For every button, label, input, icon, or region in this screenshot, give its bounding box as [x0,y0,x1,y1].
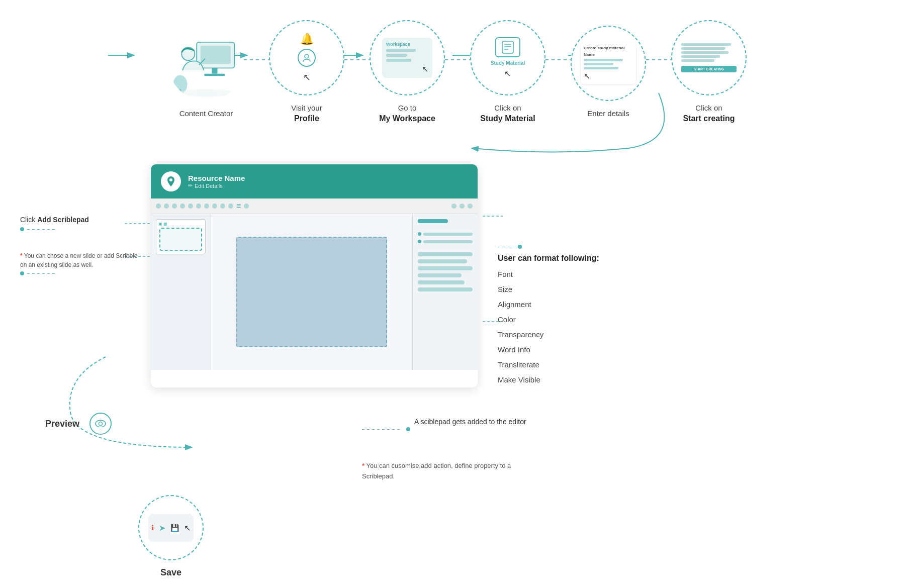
format-list: Font Size Alignment Color Transparency W… [498,267,638,387]
toolbar-dot-10 [228,204,233,209]
arrow-5 [646,59,671,60]
right-bar-5 [418,280,465,284]
save-label: Save [160,567,181,578]
start-mockup: START CREATING [681,43,737,72]
format-item-size: Size [498,282,638,297]
spacer-curved-arrow [0,134,915,164]
editor-right-panel [412,214,478,370]
right-bar-4 [418,273,462,277]
toolbar-dot-r1 [451,204,456,209]
svg-point-18 [305,54,309,58]
editor-header: Resource Name ✏ Edit Details [151,164,478,199]
scribble-added-text: A sciblepad gets added to the editor [414,418,526,426]
right-bar-2 [418,259,467,263]
dashed-h-right [498,247,518,247]
add-bullet [20,227,24,231]
preview-section: Preview ℹ ➤ 💾 ↖ Save [20,398,322,578]
toolbar-dot-4 [180,204,185,209]
scribble-bullet [406,427,410,431]
right-bottom-annotations: A sciblepad gets added to the editor * Y… [322,398,895,578]
editor-body: ▣▦ [151,214,478,370]
preview-label-row: Preview [20,413,112,435]
svg-rect-12 [204,74,225,76]
bottom-section: Preview ℹ ➤ 💾 ↖ Save [0,387,915,588]
svg-point-25 [99,422,103,426]
toolbar-dot-1 [156,204,161,209]
top-flow: Content Creator 🔔 ↖ Visit your Profile [0,0,915,134]
format-item-transliterate: Transliterate [498,357,638,372]
right-bar-1 [418,252,473,256]
svg-point-17 [178,89,235,97]
format-item-visible: Make Visible [498,372,638,387]
step-label-start: Click on Start creating [683,103,735,124]
toolbar-dot-6 [196,204,201,209]
dashed-h-2 [27,273,57,274]
info-icon: ℹ [151,524,154,532]
step-label-creator: Content Creator [179,108,233,119]
editor-mockup: Resource Name ✏ Edit Details ≡ [151,164,478,387]
right-bar-6 [418,287,473,291]
arrow-1 [244,59,269,60]
right-row-2 [418,240,473,243]
details-mockup: Create study material Name ↖ [581,43,636,84]
save-icon: 💾 [170,524,179,532]
creator-circle [168,26,244,101]
step-visit-profile: 🔔 ↖ Visit your Profile [269,20,344,124]
format-item-transparency: Transparency [498,327,638,342]
format-item-font: Font [498,267,638,282]
slide-note: * You can chose a new slide or add Scrib… [20,251,141,269]
save-inner-mockup: ℹ ➤ 💾 ↖ [148,514,194,542]
format-bullet [518,245,522,249]
save-circle: ℹ ➤ 💾 ↖ [138,495,204,560]
left-annotations: Click Add Scriblepad * You can chose a n… [20,164,141,387]
format-item-wordinfo: Word Info [498,342,638,357]
dashed-h-1 [27,229,57,230]
svg-point-23 [169,178,172,181]
step-start-creating: START CREATING Click on Start creating [671,20,747,124]
step-label-workspace: Go to My Workspace [379,103,435,124]
right-annotations: User can format following: Font Size Ali… [478,164,638,387]
right-bar-3 [418,266,473,270]
svg-rect-16 [179,89,181,95]
study-material-icon [495,37,520,57]
scribblepad-thumb [159,228,202,251]
editor-title-group: Resource Name ✏ Edit Details [188,174,245,189]
editor-toolbar: ≡ [151,199,478,214]
start-circle: START CREATING [671,20,747,95]
format-item-color: Color [498,312,638,327]
editor-main [211,214,412,370]
toolbar-dot-5 [188,204,193,209]
toolbar-dot-7 [204,204,209,209]
preview-label: Preview [45,419,79,429]
step-study: Study Material ↖ Click on Study Material [470,20,545,124]
step-content-creator: Content Creator [168,26,244,119]
editor-sidebar: ▣▦ [151,214,211,370]
toolbar-dot-r3 [468,204,473,209]
arrow-2 [344,59,370,60]
dashed-h-bottom [362,429,402,430]
toolbar-dot-11 [244,204,249,209]
toolbar-dot-r2 [460,204,465,209]
save-cursor: ↖ [184,523,191,533]
customise-note: * You can cusomise,add action, define pr… [362,461,513,482]
preview-eye-button[interactable] [89,413,112,435]
workspace-mockup: Workspace ↖ [382,38,432,78]
edit-details[interactable]: ✏ Edit Details [188,182,245,189]
share-icon: ➤ [159,523,165,533]
right-row-1 [418,232,473,236]
slide-thumb-1: ▣▦ [156,219,206,254]
svg-rect-11 [212,68,217,74]
editor-section: Click Add Scriblepad * You can chose a n… [0,164,915,387]
right-bar-teal [418,219,448,223]
click-add-annotation: Click Add Scriblepad [20,215,141,225]
toolbar-dot-2 [164,204,169,209]
format-title: User can format following: [498,254,638,263]
format-item-align: Alignment [498,297,638,312]
step-enter-details: Create study material Name ↖ Enter detai… [571,26,646,119]
resource-name: Resource Name [188,174,245,182]
svg-rect-10 [201,46,231,64]
step-label-details: Enter details [587,108,629,119]
toolbar-dot-3 [172,204,177,209]
profile-circle: 🔔 ↖ [269,20,344,95]
svg-rect-19 [502,41,513,53]
